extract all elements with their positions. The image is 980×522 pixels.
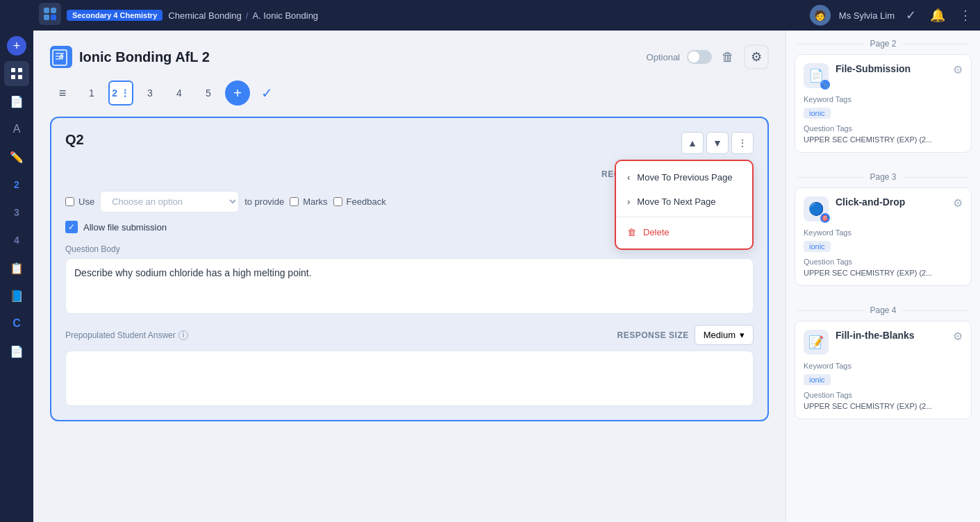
sidebar-icon-document[interactable]: 📄 [4, 89, 29, 114]
allow-file-label: Allow file submission [83, 222, 167, 233]
top-navbar: Secondary 4 Chemistry Chemical Bonding /… [0, 0, 980, 31]
svg-rect-1 [51, 8, 56, 13]
response-size-select[interactable]: Medium ▾ [695, 325, 754, 345]
file-submission-keyword-label: Keyword Tags [804, 95, 963, 103]
response-area[interactable] [65, 351, 754, 406]
file-submission-tag: ionic [804, 108, 831, 119]
feedback-checkbox[interactable] [333, 197, 342, 206]
sidebar-icon-number3[interactable]: 3 [4, 200, 29, 225]
sidebar-icon-doc2[interactable]: 📋 [4, 255, 29, 280]
chevron-left-icon: ‹ [627, 172, 630, 183]
sidebar-icon-number2[interactable]: 2 [4, 172, 29, 197]
move-up-button[interactable]: ▲ [681, 132, 704, 154]
allow-file-checkbox[interactable]: ✓ [65, 221, 78, 233]
marks-checkbox-label[interactable]: Marks [290, 196, 327, 207]
page-tabs: ≡ 1 2 ⋮ 3 4 5 + ✓ [50, 81, 769, 106]
move-prev-page-item[interactable]: ‹ Move To Previous Page [616, 165, 752, 190]
page-2-tab[interactable]: 2 ⋮ [108, 81, 133, 106]
main-layout: + 📄 A ✏️ 2 3 4 📋 📘 C 📄 4 [0, 31, 980, 522]
move-prev-label: Move To Previous Page [637, 172, 732, 183]
optional-label: Optional [647, 52, 680, 62]
breadcrumb: Chemical Bonding / A. Ionic Bonding [168, 10, 318, 21]
sidebar-icon-number4[interactable]: 4 [4, 228, 29, 253]
file-submission-qtag-label: Question Tags [804, 124, 963, 133]
prepopulated-info-icon[interactable]: i [178, 330, 188, 340]
fill-blanks-keyword-label: Keyword Tags [804, 362, 963, 370]
prepopulated-label: Prepopulated Student Answer i [65, 330, 188, 340]
chevron-right-icon: › [627, 196, 630, 207]
move-next-label: Move To Next Page [637, 196, 715, 207]
page-1-tab[interactable]: 1 [79, 81, 104, 106]
assignment-settings-button[interactable]: ⚙ [744, 44, 769, 69]
use-checkbox[interactable] [65, 197, 74, 206]
move-next-page-item[interactable]: › Move To Next Page [616, 190, 752, 214]
trash-icon: 🗑 [627, 227, 636, 237]
delete-label: Delete [643, 227, 670, 237]
avatar[interactable]: 🧑 [810, 5, 831, 26]
fill-blanks-title: Fill-in-the-Blanks [836, 330, 946, 341]
sidebar-icon-text[interactable]: A [4, 117, 29, 142]
page-3-tab[interactable]: 3 [138, 81, 163, 106]
response-size-label: RESPONSE SIZE [617, 330, 689, 340]
sidebar-icon-pencil[interactable]: ✏️ [4, 144, 29, 169]
context-menu: ‹ Move To Previous Page › Move To Next P… [615, 160, 754, 250]
question-body-text: Describe why sodium chloride has a high … [65, 258, 754, 314]
use-checkbox-label[interactable]: Use [65, 196, 94, 207]
question-header: Q2 ▲ ▼ ⋮ ‹ Move To Previous Page › Move … [65, 132, 754, 154]
delete-item[interactable]: 🗑 Delete [616, 220, 752, 244]
breadcrumb-separator: / [246, 10, 249, 21]
feedback-checkbox-label[interactable]: Feedback [333, 196, 386, 207]
fill-blanks-gear-icon[interactable]: ⚙ [953, 330, 963, 343]
chevron-down-icon: ▾ [740, 330, 745, 340]
svg-rect-8 [53, 50, 67, 65]
assignment-icon: 4 [50, 46, 72, 68]
click-drop-icon: 🔵 🎯 [804, 196, 829, 221]
response-row: Prepopulated Student Answer i RESPONSE S… [65, 325, 754, 345]
fill-blanks-qtags: UPPER SEC CHEMISTRY (EXP) (2... [804, 402, 963, 410]
click-drop-card: 🔵 🎯 Click-and-Drop ⚙ Keyword Tags ionic … [795, 187, 972, 286]
click-drop-keyword-label: Keyword Tags [804, 228, 963, 237]
assignment-title: Ionic Bonding AfL 2 [79, 49, 640, 65]
bell-icon[interactable]: 🔔 [927, 5, 948, 26]
svg-rect-0 [44, 8, 49, 13]
marks-checkbox[interactable] [290, 197, 299, 206]
add-button[interactable]: + [7, 36, 26, 56]
left-sidebar: + 📄 A ✏️ 2 3 4 📋 📘 C 📄 [0, 31, 33, 522]
file-submission-icon: 📄 📎 [804, 63, 829, 88]
response-size-value: Medium [704, 330, 736, 340]
move-down-button[interactable]: ▼ [706, 132, 729, 154]
use-label: Use [78, 196, 94, 207]
fill-blanks-qtag-label: Question Tags [804, 391, 963, 399]
app-logo[interactable] [39, 3, 61, 25]
file-submission-card: 📄 📎 File-Submission ⚙ Keyword Tags ionic… [795, 54, 972, 153]
svg-rect-7 [18, 75, 22, 79]
file-submission-gear-icon[interactable]: ⚙ [953, 63, 963, 76]
assignment-header: 4 Ionic Bonding AfL 2 Optional 🗑 ⚙ [50, 44, 769, 69]
to-provide-label: to provide [244, 196, 284, 207]
more-icon[interactable]: ⋮ [956, 5, 974, 26]
page-4-tab[interactable]: 4 [167, 81, 192, 106]
page-5-tab[interactable]: 5 [196, 81, 221, 106]
more-options-button[interactable]: ⋮ [731, 132, 754, 154]
click-drop-qtag-label: Question Tags [804, 258, 963, 266]
sidebar-icon-book[interactable]: 📘 [4, 283, 29, 308]
checkmark-icon[interactable]: ✓ [903, 5, 919, 26]
delete-assignment-button[interactable]: 🗑 [719, 47, 737, 67]
question-number: Q2 [65, 132, 84, 148]
sidebar-icon-c[interactable]: C [4, 311, 29, 336]
add-page-button[interactable]: + [225, 81, 250, 106]
click-drop-gear-icon[interactable]: ⚙ [953, 196, 963, 210]
option-select[interactable]: Choose an option [100, 191, 239, 212]
content-area: 4 Ionic Bonding AfL 2 Optional 🗑 ⚙ ≡ 1 2… [33, 31, 786, 522]
all-pages-tab[interactable]: ≡ [50, 81, 75, 106]
file-submission-badge: 📎 [820, 80, 830, 90]
fill-blanks-icon: 📝 [804, 330, 829, 355]
optional-toggle[interactable] [687, 50, 712, 64]
sidebar-icon-grid[interactable] [4, 61, 29, 86]
page-3-section-label: Page 3 [786, 164, 980, 187]
user-name[interactable]: Ms Sylvia Lim [839, 10, 895, 21]
fill-blanks-tag: ionic [804, 374, 831, 385]
check-tab[interactable]: ✓ [254, 81, 279, 106]
question-card: Q2 ▲ ▼ ⋮ ‹ Move To Previous Page › Move … [50, 117, 769, 421]
sidebar-icon-page[interactable]: 📄 [4, 339, 29, 364]
